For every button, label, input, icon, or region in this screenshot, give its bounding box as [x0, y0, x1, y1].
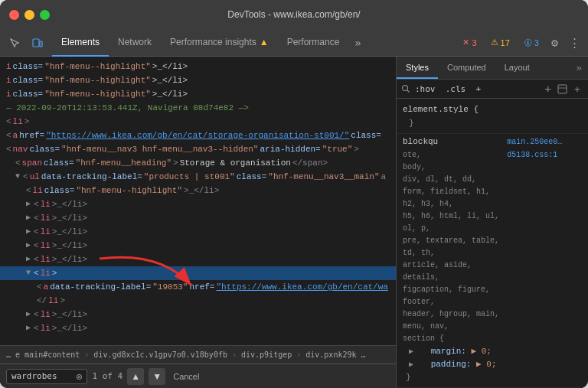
window-controls: [9, 10, 50, 20]
css-selector: element.style {: [403, 103, 582, 116]
css-rule-blockqu: blockqu ote, body, div, dl, dt, dd, form…: [397, 134, 588, 388]
dom-line: <li class="hnf-menu--highlight">_</li>: [0, 184, 396, 197]
dom-line: i class="hnf-menu--highlight">_</li>: [0, 73, 396, 87]
devtools-main: i class="hnf-menu--highlight">_</li> i c…: [0, 57, 588, 388]
new-style-rule-icon[interactable]: +: [571, 83, 583, 95]
window-title: DevTools - www.ikea.com/gb/en/: [227, 9, 360, 20]
tab-styles[interactable]: Styles: [397, 57, 438, 79]
dom-line: ▶ <li>_</li>: [0, 197, 396, 211]
filter-icons: +: [556, 83, 583, 95]
element-state-icon[interactable]: [556, 83, 568, 95]
dom-line: ▶ <li>_</li>: [0, 253, 396, 266]
dom-line: ▶ <li>_</li>: [0, 321, 396, 335]
styles-content: element.style { } blockqu ote, body, div…: [397, 99, 588, 388]
dom-panel-inner: i class="hnf-menu--highlight">_</li> i c…: [0, 57, 396, 388]
search-clear-button[interactable]: ⊗: [76, 371, 82, 382]
devtools-toolbar: Elements Network Performance insights ▲ …: [0, 29, 588, 57]
dom-line: i class="hnf-menu--highlight">_</li>: [0, 87, 396, 101]
search-input[interactable]: [11, 371, 73, 381]
styles-filter-input[interactable]: [415, 84, 541, 94]
tab-performance-insights[interactable]: Performance insights ▲: [161, 29, 278, 57]
more-options-icon[interactable]: ⋮: [566, 36, 583, 50]
devtools-window: DevTools - www.ikea.com/gb/en/ Elements: [0, 0, 588, 388]
css-rule-element-style: element.style { }: [397, 102, 588, 134]
error-icon: ✕: [462, 37, 469, 47]
settings-icon[interactable]: ⚙: [548, 36, 561, 50]
dom-line: ▶ <li>_</li>: [0, 308, 396, 321]
styles-tabs: Styles Computed Layout »: [397, 57, 588, 80]
minimize-button[interactable]: [24, 10, 34, 20]
tab-network[interactable]: Network: [109, 29, 161, 57]
dom-line: ▶ <li>_</li>: [0, 239, 396, 253]
warning-icon: ⚠: [491, 37, 498, 47]
search-prev-button[interactable]: ▲: [127, 368, 144, 385]
info-badge[interactable]: 🛈 3: [519, 37, 544, 49]
info-count: 3: [534, 38, 539, 47]
dom-line: ▶ <li>_</li>: [0, 225, 396, 239]
dom-line: <a href="https://www.ikea.com/gb/en/cat/…: [0, 129, 396, 142]
dom-content[interactable]: i class="hnf-menu--highlight">_</li> i c…: [0, 57, 396, 345]
add-style-rule-icon[interactable]: +: [545, 83, 551, 95]
devtools-tabs: Elements Network Performance insights ▲ …: [52, 29, 456, 57]
device-toolbar-button[interactable]: [28, 33, 47, 53]
dom-line: ▶ <li>_</li>: [0, 211, 396, 225]
dom-panel: i class="hnf-menu--highlight">_</li> i c…: [0, 57, 397, 388]
dom-line: i class="hnf-menu--highlight">_</li>: [0, 60, 396, 73]
breadcrumb-item[interactable]: div.pxnk29k …: [305, 351, 365, 359]
error-badge[interactable]: ✕ 3: [458, 36, 481, 49]
title-bar: DevTools - www.ikea.com/gb/en/: [0, 0, 588, 29]
tab-layout[interactable]: Layout: [495, 57, 539, 79]
dom-line: <span class="hnf-menu__heading"> Storage…: [0, 156, 396, 170]
close-button[interactable]: [9, 10, 19, 20]
warning-count: 17: [501, 38, 510, 47]
css-source-link[interactable]: main.250ee0…d5138.css:1: [507, 135, 582, 161]
styles-panel: Styles Computed Layout » +: [397, 57, 588, 388]
tab-computed[interactable]: Computed: [438, 57, 495, 79]
tab-performance-insights-label: Performance insights: [170, 37, 256, 47]
search-input-wrap: ⊗: [6, 369, 87, 384]
search-cancel-button[interactable]: Cancel: [173, 372, 199, 381]
dom-line: <li>: [0, 115, 396, 129]
svg-line-4: [407, 90, 410, 93]
breadcrumb-item[interactable]: div.p9itgep: [241, 351, 292, 359]
dom-line-selected[interactable]: ▼ <li>: [0, 266, 396, 280]
dom-line: </li>: [0, 294, 396, 308]
breadcrumb-bar: … e main#content › div.gd8xc1c.v1gpv7o0.…: [0, 345, 396, 364]
toolbar-right: ✕ 3 ⚠ 17 🛈 3 ⚙ ⋮: [458, 36, 583, 50]
svg-rect-5: [558, 85, 567, 93]
styles-tab-more[interactable]: »: [570, 57, 588, 79]
error-count: 3: [472, 38, 476, 47]
styles-filter: + +: [397, 80, 588, 99]
performance-insights-icon: ▲: [260, 37, 269, 47]
search-next-button[interactable]: ▼: [149, 368, 165, 385]
maximize-button[interactable]: [40, 10, 50, 20]
info-icon: 🛈: [524, 38, 532, 47]
dom-line: — 2022-09-26T12:13:53.441Z, Navigera 08d…: [0, 101, 396, 115]
inspect-element-button[interactable]: [5, 33, 24, 53]
tab-performance[interactable]: Performance: [278, 29, 349, 57]
toolbar-icons: [5, 33, 47, 53]
svg-point-3: [403, 86, 408, 91]
search-bar: ⊗ 1 of 4 ▲ ▼ Cancel: [0, 364, 396, 388]
svg-rect-0: [33, 39, 39, 47]
breadcrumb-item[interactable]: div.gd8xc1c.v1gpv7o0.v18by0fb: [93, 351, 227, 359]
dom-line: ▼ <ul data-tracking-label="products | st…: [0, 170, 396, 184]
filter-search-icon: [401, 84, 410, 93]
svg-rect-1: [40, 41, 42, 47]
warning-badge[interactable]: ⚠ 17: [486, 36, 514, 49]
dom-line: <nav class="hnf-menu__nav3 hnf-menu__nav…: [0, 142, 396, 156]
breadcrumb-item[interactable]: … e main#content: [6, 351, 80, 359]
dom-line: <a data-tracking-label="19053" href="htt…: [0, 280, 396, 294]
tab-elements[interactable]: Elements: [52, 29, 109, 57]
tab-more-button[interactable]: »: [348, 29, 367, 57]
search-count: 1 of 4: [92, 371, 122, 381]
